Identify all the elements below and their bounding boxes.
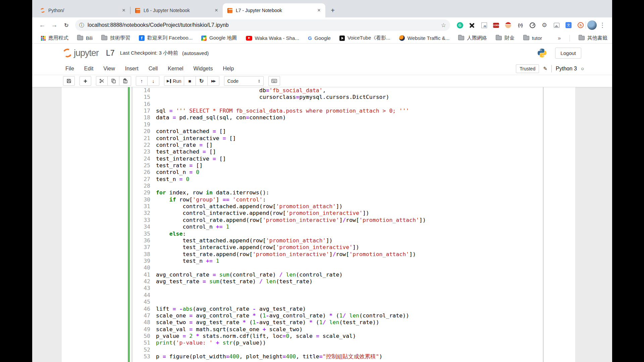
tab-close-icon[interactable]: × <box>215 7 218 14</box>
bookmark-item-10[interactable]: 人際網絡 <box>458 35 487 41</box>
bookmark-item-4[interactable]: f歡迎來到 Faceboo... <box>139 35 193 41</box>
santa-icon[interactable] <box>504 21 512 29</box>
code-line: 28 <box>132 183 543 189</box>
line-number: 20 <box>132 128 150 135</box>
tab-close-icon[interactable]: × <box>317 7 321 14</box>
notebook-scroll-area[interactable]: 14 db='fb_social_data',15 cursorclass=py… <box>32 87 612 362</box>
bookmark-item-3[interactable]: 技術學習 <box>101 35 130 41</box>
bookmark-item-2[interactable]: Bili <box>77 35 93 41</box>
voicetube-icon <box>339 36 345 41</box>
gear-icon[interactable]: ⚙ <box>541 21 548 29</box>
browser-tab-1[interactable]: Python/× <box>36 3 130 17</box>
code-line: 45 <box>132 299 543 305</box>
new-tab-button[interactable]: + <box>328 6 337 15</box>
cell-input-area[interactable]: 14 db='fb_social_data',15 cursorclass=py… <box>132 87 543 362</box>
timer-icon[interactable] <box>529 21 536 29</box>
line-source: test_n = 0 <box>156 176 189 183</box>
restart-run-all-button[interactable]: ▶▶ <box>208 76 219 86</box>
jupyter-logo[interactable]: jupyter <box>63 48 99 58</box>
menu-cell[interactable]: Cell <box>144 66 163 72</box>
bookmark-item-8[interactable]: VoiceTube《看影... <box>339 35 390 41</box>
save-button[interactable] <box>63 76 75 86</box>
menu-file[interactable]: File <box>60 66 79 72</box>
code-editor[interactable]: 14 db='fb_social_data',15 cursorclass=py… <box>132 87 543 360</box>
cell-type-select[interactable]: Code ▲▼ <box>224 76 264 86</box>
line-number: 17 <box>132 108 150 114</box>
restart-kernel-button[interactable]: ↻ <box>196 76 208 86</box>
hahow-icon[interactable]: h <box>577 21 584 29</box>
bookmark-item-12[interactable]: tutor <box>523 35 542 41</box>
cut-cell-button[interactable] <box>96 76 108 86</box>
code-line: 24test_interactive = [] <box>132 156 543 162</box>
menu-widgets[interactable]: Widgets <box>189 66 218 72</box>
bookmark-item-11[interactable]: 財金 <box>496 35 515 41</box>
move-cell-up-button[interactable]: ↑ <box>136 76 148 86</box>
back-button[interactable]: ← <box>37 20 48 31</box>
menu-kernel[interactable]: Kernel <box>163 66 188 72</box>
code-line: 38 test_rate.append(row['promotion_inter… <box>132 251 543 258</box>
bookmark-label: 人際網絡 <box>467 35 487 41</box>
code-line: 43 <box>132 285 543 292</box>
line-source: test_rate.append(row['promotion_interact… <box>156 251 416 258</box>
bookmarks-overflow-icon[interactable]: » <box>558 35 561 41</box>
line-source: control_interactive = [] <box>156 135 236 142</box>
screenshot-icon[interactable] <box>553 21 560 29</box>
site-info-icon[interactable]: ⓘ <box>79 22 84 28</box>
line-number: 37 <box>132 244 150 251</box>
address-bar[interactable]: ⓘ localhost:8888/notebooks/CodeProject/t… <box>75 19 450 31</box>
edit-title-pencil-icon[interactable]: ✎ <box>543 66 547 72</box>
line-source: avg_control_rate = sum(control_rate) / l… <box>156 272 342 278</box>
folder-icon <box>579 36 585 40</box>
logout-button[interactable]: Logout <box>555 48 581 59</box>
menu-view[interactable]: View <box>98 66 120 72</box>
browser-tab-2[interactable]: L6 - Jupyter Notebook× <box>130 3 223 17</box>
bookmark-label: Website Traffic &... <box>408 35 449 41</box>
code-line: 26control_n = 0 <box>132 169 543 176</box>
json-viewer-icon[interactable]: {≡} <box>517 21 524 29</box>
tab-close-icon[interactable]: × <box>122 7 125 14</box>
translate-icon[interactable]: 文 <box>565 21 572 29</box>
code-line: 32 control_interactive.append(row['promo… <box>132 210 543 217</box>
copy-cell-button[interactable] <box>108 76 119 86</box>
kernel-name: Python 3 <box>556 66 577 72</box>
forward-button[interactable]: → <box>49 20 60 31</box>
folder-icon <box>458 36 464 40</box>
bookmark-item-7[interactable]: GGoogle <box>308 35 331 41</box>
reload-button[interactable]: ↻ <box>61 20 72 31</box>
menu-edit[interactable]: Edit <box>79 66 99 72</box>
browser-tab-3[interactable]: L7 - Jupyter Notebook× <box>223 3 325 17</box>
move-cell-down-button[interactable]: ↓ <box>148 76 159 86</box>
bookmark-item-1[interactable]: 應用程式 <box>41 35 68 41</box>
menu-help[interactable]: Help <box>218 66 239 72</box>
notebook-title[interactable]: L7 <box>106 49 115 58</box>
bookmark-item-9[interactable]: Website Traffic &... <box>399 35 449 41</box>
js-icon[interactable]: JS <box>480 21 488 29</box>
bookmark-item-5[interactable]: Google 地圖 <box>201 35 237 41</box>
paste-cell-button[interactable] <box>119 76 131 86</box>
menu-insert[interactable]: Insert <box>120 66 144 72</box>
line-source: test_interactive = [] <box>156 156 226 162</box>
line-number: 18 <box>132 114 150 121</box>
code-line: 27test_n = 0 <box>132 176 543 183</box>
run-cell-button[interactable]: ▶ Run <box>164 76 184 86</box>
profile-avatar[interactable] <box>587 20 597 30</box>
cors-icon[interactable]: CORS <box>492 21 500 29</box>
line-number: 26 <box>132 169 150 176</box>
browser-menu-icon[interactable]: ⋮ <box>598 21 607 29</box>
trusted-badge[interactable]: Trusted <box>516 64 539 73</box>
other-bookmarks-folder[interactable]: 其他書籤 <box>579 35 607 41</box>
autosave-status: (autosaved) <box>182 50 209 56</box>
command-palette-button[interactable] <box>268 76 280 86</box>
interrupt-kernel-button[interactable]: ■ <box>184 76 196 86</box>
grammarly-icon[interactable]: G <box>456 21 464 29</box>
bookmark-item-6[interactable]: Waka Waka - Sha... <box>246 35 299 41</box>
add-cell-button[interactable]: + <box>79 76 91 86</box>
url-text[interactable]: localhost:8888/notebooks/CodeProject/tut… <box>88 22 441 28</box>
bookmark-star-icon[interactable]: ☆ <box>441 22 446 29</box>
line-number: 44 <box>132 292 150 299</box>
line-source: test_n += 1 <box>156 258 219 264</box>
x-tool-icon[interactable] <box>468 21 476 29</box>
line-number: 45 <box>132 299 150 305</box>
line-source: control_attached.append(row['promotion_a… <box>156 203 342 210</box>
code-line: 48scale_two = avg_test_rate * (1-avg_tes… <box>132 319 543 326</box>
